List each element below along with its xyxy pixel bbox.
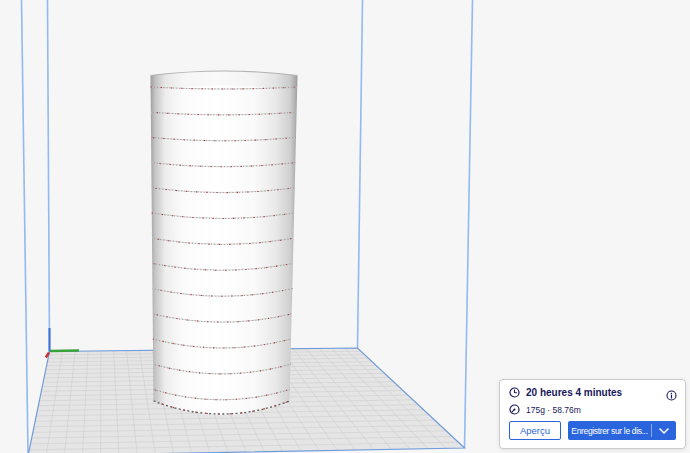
info-icon[interactable]: [666, 387, 677, 398]
print-time-estimate: 20 heures 4 minutes: [526, 387, 622, 398]
model-cylinder[interactable]: [151, 71, 298, 415]
chevron-down-icon: [659, 428, 669, 434]
action-buttons: Aperçu Enregistrer sur le dis...: [509, 421, 676, 440]
filament-spool-icon: [509, 404, 520, 415]
material-usage: 175g · 58.76m: [526, 405, 581, 415]
save-to-disk-button[interactable]: Enregistrer sur le dis...: [568, 421, 676, 440]
save-options-chevron[interactable]: [652, 421, 676, 440]
preview-button[interactable]: Aperçu: [509, 421, 561, 440]
action-panel: 20 heures 4 minutes 175g · 58.76m Aperçu…: [499, 379, 686, 449]
save-to-disk-label: Enregistrer sur le dis...: [568, 426, 651, 436]
print-time-row: 20 heures 4 minutes: [509, 387, 657, 398]
clock-icon: [509, 387, 520, 398]
material-usage-row: 175g · 58.76m: [509, 404, 675, 415]
